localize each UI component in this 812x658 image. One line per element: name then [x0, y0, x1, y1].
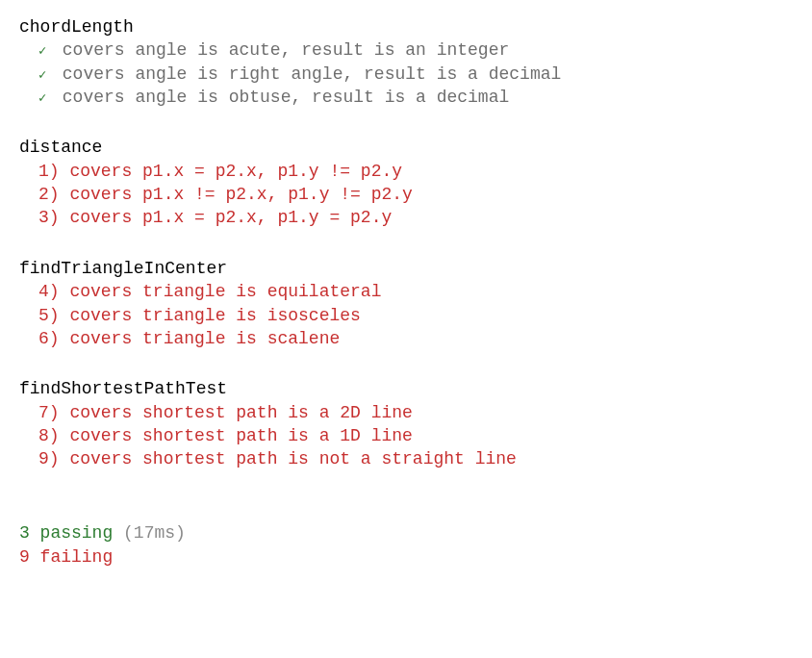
fail-number: 1): [38, 162, 60, 181]
test-pass-line: ✓ covers angle is acute, result is an in…: [19, 38, 793, 62]
test-fail-line: 7) covers shortest path is a 2D line: [19, 401, 793, 424]
suite-title: findShortestPathTest: [19, 377, 793, 400]
blank-line: [19, 471, 793, 494]
check-icon: ✓: [38, 42, 52, 61]
fail-number: 6): [38, 329, 60, 348]
suite-title: findTriangleInCenter: [19, 257, 793, 280]
fail-number: 7): [38, 403, 60, 422]
test-fail-line: 1) covers p1.x = p2.x, p1.y != p2.y: [19, 160, 793, 183]
test-fail-line: 4) covers triangle is equilateral: [19, 280, 793, 303]
failing-count: 9: [19, 547, 30, 567]
suite-title: distance: [19, 136, 793, 159]
check-icon: ✓: [38, 89, 52, 108]
test-description: covers angle is obtuse, result is a deci…: [52, 88, 509, 107]
test-description: covers shortest path is not a straight l…: [60, 449, 517, 468]
check-icon: ✓: [38, 66, 52, 85]
summary-time: (17ms): [113, 523, 186, 543]
blank-line: [19, 109, 793, 132]
test-pass-line: ✓ covers angle is obtuse, result is a de…: [19, 86, 793, 109]
blank-line: [19, 350, 793, 373]
test-fail-line: 9) covers shortest path is not a straigh…: [19, 447, 793, 470]
test-fail-line: 6) covers triangle is scalene: [19, 327, 793, 350]
blank-line: [19, 494, 793, 518]
test-output: chordLength✓ covers angle is acute, resu…: [19, 15, 793, 569]
test-description: covers triangle is isosceles: [60, 306, 361, 325]
test-description: covers angle is acute, result is an inte…: [52, 40, 509, 60]
fail-number: 5): [38, 306, 60, 325]
summary-passing: 3 passing (17ms): [19, 521, 793, 544]
test-description: covers p1.x = p2.x, p1.y = p2.y: [60, 208, 393, 227]
test-fail-line: 3) covers p1.x = p2.x, p1.y = p2.y: [19, 206, 793, 229]
fail-number: 8): [38, 426, 60, 445]
summary-failing: 9 failing: [19, 545, 793, 569]
test-fail-line: 2) covers p1.x != p2.x, p1.y != p2.y: [19, 183, 793, 206]
test-description: covers shortest path is a 2D line: [60, 403, 413, 422]
blank-line: [19, 230, 793, 253]
fail-number: 4): [38, 282, 60, 301]
test-description: covers p1.x = p2.x, p1.y != p2.y: [60, 162, 402, 181]
test-fail-line: 5) covers triangle is isosceles: [19, 304, 793, 327]
passing-label: passing: [30, 523, 113, 543]
passing-count: 3: [19, 523, 30, 543]
fail-number: 3): [38, 208, 60, 227]
test-description: covers shortest path is a 1D line: [60, 426, 413, 445]
test-description: covers triangle is scalene: [60, 329, 341, 348]
test-description: covers p1.x != p2.x, p1.y != p2.y: [60, 185, 413, 204]
test-fail-line: 8) covers shortest path is a 1D line: [19, 424, 793, 447]
test-pass-line: ✓ covers angle is right angle, result is…: [19, 63, 793, 86]
suite-title: chordLength: [19, 15, 793, 38]
failing-label: failing: [30, 547, 113, 567]
test-description: covers triangle is equilateral: [60, 282, 382, 301]
fail-number: 2): [38, 185, 60, 204]
test-description: covers angle is right angle, result is a…: [52, 64, 561, 84]
fail-number: 9): [38, 449, 60, 468]
